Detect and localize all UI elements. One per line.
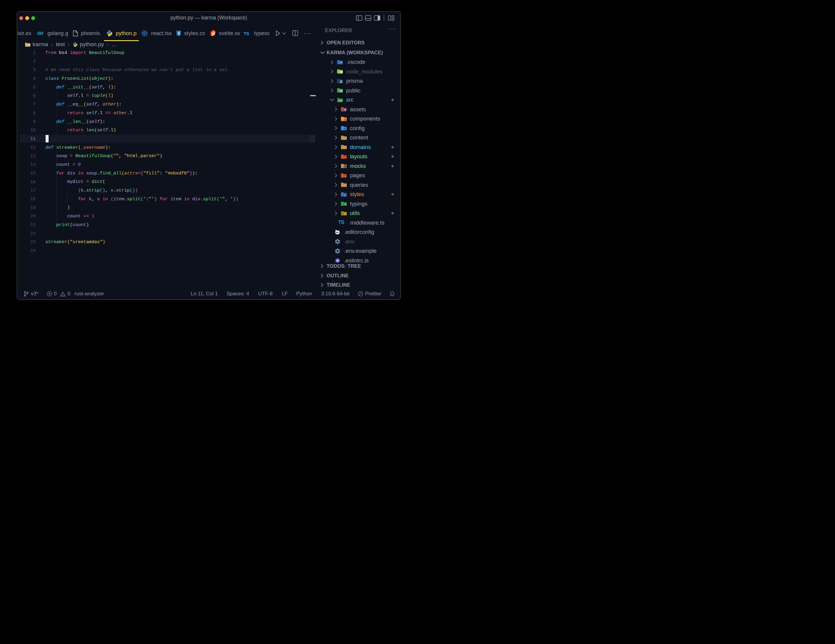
svg-text:<>: <> — [344, 156, 346, 158]
svg-text:</>: </> — [338, 99, 342, 102]
svg-text:TS: TS — [244, 31, 249, 36]
svg-text:GO: GO — [37, 31, 44, 35]
svg-text:TS: TS — [344, 203, 346, 205]
svg-text:TS: TS — [338, 220, 344, 225]
svg-text:3: 3 — [177, 31, 180, 35]
svg-text:<>: <> — [344, 175, 346, 177]
svg-text:{}: {} — [344, 194, 346, 196]
svg-text:JS: JS — [340, 71, 342, 73]
